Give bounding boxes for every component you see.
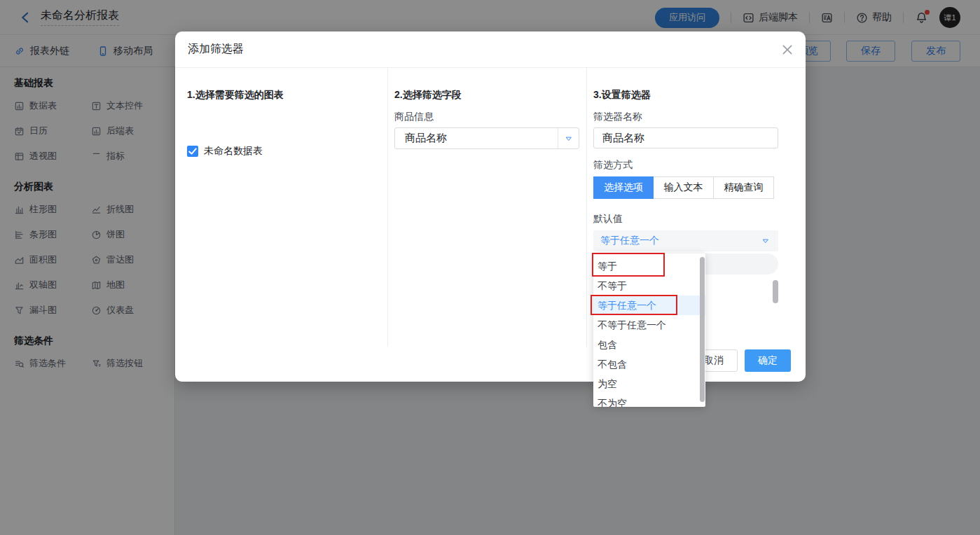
chevron-down-icon [565, 134, 573, 143]
column-divider [586, 68, 587, 347]
field-select-caret [558, 128, 579, 148]
operator-select[interactable]: 等于任意一个 [593, 230, 778, 251]
dropdown-option-equals[interactable]: 等于 [593, 256, 705, 276]
default-value-label: 默认值 [593, 213, 623, 225]
add-filter-dialog: 添加筛选器 1.选择需要筛选的图表 未命名数据表 2.选择筛选字段 商品信息 商… [175, 32, 806, 382]
dialog-title: 添加筛选器 [188, 42, 244, 57]
mode-select-options[interactable]: 选择选项 [593, 176, 654, 199]
close-icon[interactable] [780, 43, 794, 57]
mode-input-text[interactable]: 输入文本 [654, 176, 714, 199]
filter-mode-label: 筛选方式 [593, 159, 633, 172]
checkbox-checked-icon[interactable] [187, 146, 198, 157]
value-list-scrollbar[interactable] [773, 280, 778, 303]
dropdown-scrollbar[interactable] [700, 257, 705, 402]
step1-heading: 1.选择需要筛选的图表 [187, 89, 284, 102]
dropdown-option-not-contains[interactable]: 不包含 [593, 354, 705, 374]
operator-select-value: 等于任意一个 [593, 235, 761, 247]
filter-name-label: 筛选器名称 [593, 111, 642, 123]
dropdown-option-equals-any[interactable]: 等于任意一个 [593, 296, 705, 315]
field-group-label: 商品信息 [394, 111, 434, 123]
confirm-button[interactable]: 确定 [745, 349, 791, 372]
dialog-header: 添加筛选器 [175, 32, 806, 68]
dropdown-option-is-empty[interactable]: 为空 [593, 374, 705, 394]
filter-mode-segmented-control: 选择选项 输入文本 精确查询 [593, 176, 774, 199]
field-select-value: 商品名称 [395, 132, 558, 145]
step3-heading: 3.设置筛选器 [593, 89, 651, 102]
filter-name-input[interactable]: 商品名称 [593, 127, 778, 148]
step2-heading: 2.选择筛选字段 [394, 89, 462, 102]
field-select[interactable]: 商品名称 [394, 127, 579, 149]
dropdown-option-not-equals-any[interactable]: 不等于任意一个 [593, 315, 705, 335]
dataset-checkbox-label: 未命名数据表 [204, 145, 263, 158]
chevron-down-icon [761, 237, 770, 245]
app-root: 未命名分析报表 应用访问 后端脚本 帮助 谭1 [0, 0, 980, 535]
column-divider [387, 68, 388, 347]
dropdown-option-not-empty[interactable]: 不为空 [593, 394, 705, 407]
mode-exact-query[interactable]: 精确查询 [714, 176, 774, 199]
dropdown-option-contains[interactable]: 包含 [593, 335, 705, 354]
operator-dropdown: 等于 不等于 等于任意一个 不等于任意一个 包含 不包含 为空 不为空 [593, 253, 705, 407]
dataset-checkbox-row[interactable]: 未命名数据表 [187, 145, 263, 158]
dropdown-option-not-equals[interactable]: 不等于 [593, 276, 705, 296]
